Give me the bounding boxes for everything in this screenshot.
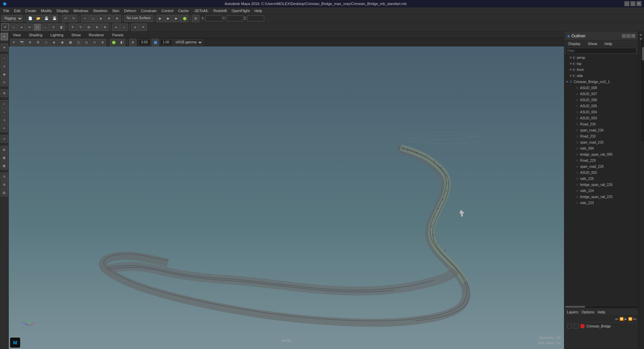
outliner-menu-display[interactable]: Display — [566, 41, 582, 46]
display-layer-btn[interactable]: ⊟ — [1, 173, 8, 180]
outliner-item-asud004[interactable]: ⊙ ASUD_004 — [564, 109, 638, 115]
joint-btn[interactable]: ◇ — [1, 100, 8, 108]
sculpt-btn[interactable]: ○ — [1, 54, 8, 62]
new-file-btn[interactable]: 📄 — [27, 15, 34, 22]
help-tab[interactable]: Help — [598, 310, 605, 314]
cluster-btn[interactable]: ⊙ — [1, 135, 8, 143]
box-select-btn[interactable]: ◻ — [34, 24, 41, 31]
render-layer-btn[interactable]: ⊠ — [1, 181, 8, 188]
outliner-maximize-btn[interactable]: □ — [627, 34, 631, 38]
plus-btn[interactable]: + — [131, 24, 139, 31]
outliner-item-asud008[interactable]: ⊙ ASUD_008 — [564, 85, 638, 91]
minimize-button[interactable]: ─ — [625, 1, 629, 6]
detach-btn[interactable]: ⊳ — [1, 124, 8, 132]
universal-btn[interactable]: ⊕ — [93, 24, 100, 31]
vp-wire-btn[interactable]: ◻ — [42, 39, 50, 46]
magnet-btn[interactable]: ⊗ — [113, 15, 121, 22]
hide-manip-btn[interactable]: ▹ — [120, 24, 128, 31]
right-edge-btn1[interactable]: ▶ — [640, 33, 642, 36]
ik-btn[interactable]: ⌙ — [1, 108, 8, 116]
render1-btn[interactable]: ▶ — [157, 15, 164, 22]
audio-play-btn[interactable]: ▶ — [625, 317, 627, 321]
layer-btn3[interactable]: ▩ — [1, 162, 8, 169]
vp-iso-btn[interactable]: ⊙ — [91, 39, 98, 46]
vp-pivot-btn[interactable]: ⊕ — [129, 39, 136, 46]
menu-modify[interactable]: Modify — [39, 8, 54, 13]
render3-btn[interactable]: ▶ — [173, 15, 180, 22]
3d-viewport[interactable]: persp Symmetry: Off Soft Select: On X Y … — [9, 46, 564, 349]
outliner-hscrollbar[interactable] — [564, 305, 638, 308]
menu-edit[interactable]: Edit — [12, 8, 23, 13]
close-button[interactable]: ✕ — [637, 1, 641, 6]
menu-create[interactable]: Create — [23, 8, 38, 13]
paint-weights-btn[interactable]: ⊕ — [1, 44, 8, 51]
outliner-item-persp[interactable]: ◧ persp — [564, 54, 638, 61]
snap-btn[interactable]: ⊕ — [105, 15, 113, 22]
restore-button[interactable]: □ — [631, 1, 635, 6]
outliner-close-btn[interactable]: ✕ — [631, 34, 635, 38]
vp-render-btn[interactable]: ⬤ — [110, 39, 117, 46]
gamma-field[interactable] — [160, 39, 172, 45]
rigging-dropdown[interactable]: Rigging — [1, 15, 23, 22]
outliner-item-road233[interactable]: ⊙ Road_233 — [564, 133, 638, 139]
move-btn2[interactable]: ◂ — [17, 24, 25, 31]
outliner-item-bridgespanrail225[interactable]: ⊙ bridge_span_rail_225 — [564, 194, 638, 200]
undo-btn[interactable]: ↺ — [62, 15, 69, 22]
outliner-item-rails225[interactable]: ⊙ rails_225 — [564, 176, 638, 182]
audio-prev2-btn[interactable]: ⏪ — [619, 317, 623, 321]
hdr-btn[interactable]: ⬤ — [152, 39, 159, 46]
vp-menu-renderer[interactable]: Renderer — [87, 32, 106, 38]
outliner-item-road234[interactable]: ⊙ Road_234 — [564, 121, 638, 127]
vp-shadow-btn[interactable]: ◫ — [75, 39, 82, 46]
menu-deform[interactable]: Deform — [122, 8, 138, 13]
outliner-item-road229[interactable]: ⊙ Road_229 — [564, 157, 638, 163]
outliner-root-node[interactable]: ▼ ⊡ Crimean_Bridge_ncl1_1 — [564, 79, 638, 85]
select-btn[interactable]: ⊹ — [81, 15, 88, 22]
rotate-tool-btn[interactable]: ↻ — [77, 24, 84, 31]
outliner-item-asud007[interactable]: ⊙ ASUD_007 — [564, 91, 638, 97]
layer-visibility-btn[interactable] — [567, 324, 572, 328]
outliner-item-spanroad229[interactable]: ⊙ span_road_229 — [564, 163, 638, 169]
paint-select-btn[interactable]: ⊙ — [50, 24, 57, 31]
outliner-search-input[interactable] — [566, 48, 637, 54]
outliner-item-front[interactable]: ◧ front — [564, 67, 638, 73]
live-surface-btn[interactable]: No Live Surface — [124, 15, 153, 22]
menu-skin[interactable]: Skin — [110, 8, 121, 13]
outliner-item-side[interactable]: ◧ side — [564, 73, 638, 79]
audio-next-btn[interactable]: ⏭ — [633, 317, 637, 321]
outliner-item-asud005[interactable]: ⊙ ASUD_005 — [564, 103, 638, 109]
cross-btn[interactable]: ✕ — [139, 24, 147, 31]
scale-tool-btn[interactable]: ⊞ — [85, 24, 92, 31]
menu-control[interactable]: Control — [159, 8, 175, 13]
vp-deform-btn[interactable]: ◧ — [118, 39, 125, 46]
move-btn3[interactable]: ⊲ — [26, 24, 33, 31]
move-mask-btn[interactable]: ◁ — [9, 24, 17, 31]
vp-menu-show[interactable]: Show — [70, 32, 83, 38]
color-space-select[interactable]: sRGB gamma — [173, 39, 203, 45]
vp-flat-btn[interactable]: ◉ — [58, 39, 66, 46]
ep-btn[interactable]: ◉ — [1, 71, 8, 78]
outliner-menu-help[interactable]: Help — [603, 41, 614, 46]
grid-btn[interactable]: ⊞ — [192, 15, 199, 22]
outliner-item-rails094[interactable]: ⊙ rails_094 — [564, 145, 638, 151]
vp-show-btn[interactable]: ⊞ — [34, 39, 42, 46]
vp-tex-btn[interactable]: ▦ — [67, 39, 74, 46]
outliner-menu-show[interactable]: Show — [586, 41, 599, 46]
outliner-vscrollbar[interactable] — [641, 40, 644, 141]
menu-3dtoall[interactable]: -3DToAll- — [191, 8, 210, 13]
outliner-minimize-btn[interactable]: ─ — [622, 34, 626, 38]
outliner-item-rails223[interactable]: ⊙ rails_223 — [564, 200, 638, 206]
select-tool-btn[interactable]: ✛ — [1, 33, 8, 40]
vp-xray-btn[interactable]: ◎ — [83, 39, 90, 46]
soft-mod-btn[interactable]: ⊗ — [101, 24, 109, 31]
z-input[interactable] — [247, 15, 264, 22]
outliner-item-asud006[interactable]: ⊙ ASUD_006 — [564, 97, 638, 103]
move-tool-btn[interactable]: ✛ — [69, 24, 76, 31]
save-file-btn[interactable]: 💾 — [43, 15, 50, 22]
outliner-item-bridgespanrail226[interactable]: ⊙ bridge_span_rail_226 — [564, 182, 638, 188]
outliner-tree[interactable]: ◧ persp ◧ top ◧ front ◧ side ▼ ⊡ — [564, 54, 638, 305]
bind-btn[interactable]: ⊲ — [1, 116, 8, 124]
x-input[interactable] — [205, 15, 222, 22]
anim-layer-btn[interactable]: ▧ — [1, 189, 8, 196]
exposure-field[interactable] — [138, 39, 151, 45]
